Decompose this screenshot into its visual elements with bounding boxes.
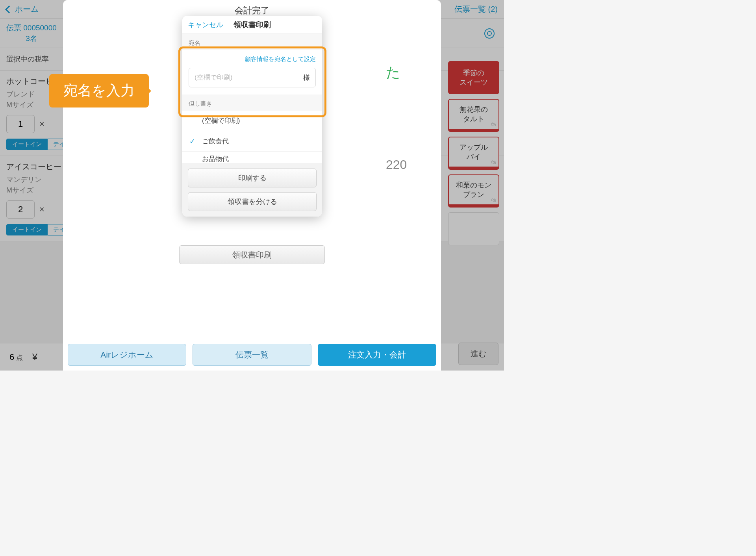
split-receipt-button[interactable]: 領収書を分ける [188,192,317,211]
complete-message: た [386,63,400,82]
addressee-input-wrap[interactable]: 様 [189,68,316,87]
proviso-section-label: 但し書き [182,95,322,111]
receipt-print-modal: キャンセル 領収書印刷 宛名 顧客情報を宛名として設定 様 但し書き (空欄で印… [182,16,322,217]
set-customer-link[interactable]: 顧客情報を宛名として設定 [189,50,316,68]
receipt-print-button[interactable]: 領収書印刷 [179,245,325,264]
check-icon: ✓ [189,137,195,146]
proviso-option-food[interactable]: ✓ ご飲食代 [182,131,322,151]
addressee-section-label: 宛名 [182,34,322,50]
order-entry-button[interactable]: 注文入力・会計 [318,344,436,366]
cancel-button[interactable]: キャンセル [188,20,223,30]
proviso-option-blank[interactable]: (空欄で印刷) [182,111,322,131]
addressee-input[interactable] [195,74,300,82]
deposit-amount: 220 [386,158,407,172]
proviso-option-goods[interactable]: お品物代 [182,151,322,163]
airregi-home-button[interactable]: Airレジホーム [68,344,186,366]
slip-list-button-footer[interactable]: 伝票一覧 [193,344,311,366]
tutorial-callout: 宛名を入力 [49,74,149,107]
receipt-modal-title: 領収書印刷 [233,20,271,30]
sama-suffix: 様 [303,73,310,82]
modal-title: 会計完了 [63,0,441,17]
print-button[interactable]: 印刷する [188,169,317,187]
